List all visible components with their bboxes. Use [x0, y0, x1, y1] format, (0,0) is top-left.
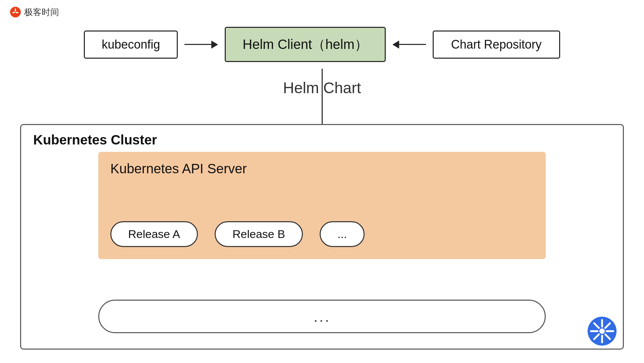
svg-rect-5	[590, 330, 598, 332]
svg-rect-4	[601, 335, 603, 343]
kubeconfig-box: kubeconfig	[84, 31, 178, 59]
releases-row: Release A Release B ...	[110, 221, 534, 247]
k8s-cluster-label: Kubernetes Cluster	[33, 132, 157, 147]
logo-area: 极客时间	[9, 6, 59, 18]
logo-icon	[9, 6, 21, 18]
svg-rect-6	[606, 330, 614, 332]
release-a-box: Release A	[110, 221, 198, 247]
release-ellipsis-box: ...	[320, 221, 365, 247]
chart-repository-label: Chart Repository	[451, 38, 542, 52]
helm-client-box: Helm Client（helm）	[225, 27, 385, 62]
kubernetes-logo	[587, 316, 617, 346]
helm-client-label: Helm Client（helm）	[243, 35, 368, 54]
release-b-box: Release B	[215, 221, 303, 247]
arrow-head-right-icon	[211, 41, 218, 49]
bottom-ellipsis-text: ...	[314, 307, 330, 325]
arrow-line-2	[399, 44, 426, 45]
api-server-box: Kubernetes API Server Release A Release …	[98, 152, 546, 259]
top-row: kubeconfig Helm Client（helm） Chart Repos…	[20, 27, 624, 62]
chart-repository-box: Chart Repository	[433, 31, 560, 59]
kubeconfig-label: kubeconfig	[102, 38, 160, 52]
bottom-ellipsis-row: ...	[98, 300, 546, 333]
chart-repo-to-helm-arrow	[392, 41, 426, 49]
api-server-label: Kubernetes API Server	[110, 161, 247, 176]
arrow-head-left-icon	[392, 41, 399, 49]
svg-point-2	[599, 328, 605, 334]
logo-text: 极客时间	[24, 6, 59, 18]
svg-rect-3	[601, 319, 603, 327]
arrow-line	[184, 44, 211, 45]
kubeconfig-to-helm-arrow	[184, 41, 218, 49]
kubernetes-cluster-box: Kubernetes Cluster Kubernetes API Server…	[20, 124, 624, 350]
diagram: kubeconfig Helm Client（helm） Chart Repos…	[20, 20, 624, 350]
